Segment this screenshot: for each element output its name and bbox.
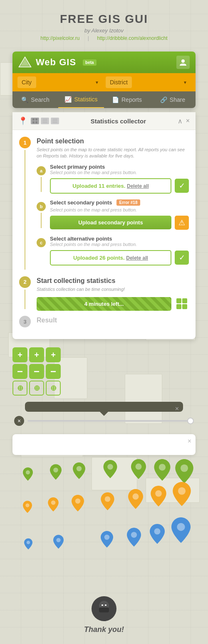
step-1-desc: Select points on the map to create stati… <box>37 147 189 160</box>
link2[interactable]: http://dribbble.com/alexnordlicht <box>97 35 167 41</box>
stats-content: 1 Point selection Select points on the m… <box>12 130 196 339</box>
nav-share-label: Share <box>170 96 185 103</box>
step-3-content: Result <box>37 316 189 327</box>
dark-popup-close[interactable]: × <box>175 405 179 413</box>
link1[interactable]: http://pixelcolor.ru <box>40 35 79 41</box>
nav-statistics[interactable]: 📈 Statistics <box>58 91 104 108</box>
collapse-btn[interactable]: ∧ <box>178 117 183 125</box>
close-btn[interactable]: × <box>186 117 190 125</box>
stats-icon: 📈 <box>64 96 72 103</box>
step-2-action: 4 minutes left... <box>37 297 189 311</box>
nav-share[interactable]: 🔗 Share <box>150 92 196 108</box>
separator: | <box>88 35 89 41</box>
orange-pin-3[interactable] <box>72 495 84 513</box>
header-links: http://pixelcolor.ru | http://dribbble.c… <box>8 35 200 41</box>
orange-pin-4[interactable] <box>101 492 114 512</box>
sub-b-body: Select secondary points Error #18 Select… <box>50 199 189 230</box>
author-credit: by Alexey Izotov <box>8 27 200 34</box>
sub-a-btn[interactable]: Uploaded 11 entries. Delete all <box>50 178 171 194</box>
view-toggle <box>31 118 59 124</box>
white-popup-close[interactable]: × <box>188 438 191 445</box>
search-icon: 🔍 <box>21 96 28 103</box>
step-3-title: Result <box>37 317 189 324</box>
green-pin-5[interactable] <box>131 459 146 481</box>
green-pin-7[interactable] <box>175 459 194 485</box>
gis-logo-icon <box>18 56 32 69</box>
svg-rect-4 <box>35 118 37 120</box>
stats-header-right: ∧ × <box>178 117 190 125</box>
sub-a-line <box>41 177 42 192</box>
orange-pin-2[interactable] <box>48 497 59 513</box>
sub-b-status: ⚠ <box>175 216 189 230</box>
minus-row: − − − <box>12 364 61 379</box>
svg-point-21 <box>51 501 56 505</box>
plus-btn-1[interactable]: + <box>12 347 27 362</box>
svg-point-31 <box>154 528 161 535</box>
orange-pin-1[interactable] <box>23 501 32 515</box>
list-view-icon[interactable] <box>41 118 49 124</box>
header: FREE GIS GUI by Alexey Izotov http://pix… <box>0 0 208 47</box>
orange-pin-5[interactable] <box>128 489 143 511</box>
svg-rect-12 <box>52 122 57 123</box>
upload-secondary-btn[interactable]: Upload secondary points <box>50 216 171 229</box>
green-pin-3[interactable] <box>73 462 85 481</box>
blue-pin-3[interactable] <box>101 531 113 550</box>
minus-btn-1[interactable]: − <box>12 364 27 379</box>
svg-point-20 <box>25 504 29 507</box>
gis-logo: Web GIS beta <box>18 56 97 69</box>
green-pin-2[interactable] <box>50 464 62 482</box>
svg-point-30 <box>131 532 137 538</box>
orange-pin-6[interactable] <box>151 486 166 508</box>
minus-btn-3[interactable]: − <box>46 364 61 379</box>
sub-c-delete[interactable]: Delete all <box>126 255 148 261</box>
step-2-indicator: 2 <box>19 276 31 311</box>
nav-search-label: Search <box>31 96 49 103</box>
footer: Thank you! <box>0 588 208 642</box>
sub-b-header: Select secondary points Error #18 <box>50 199 189 206</box>
blue-pin-4[interactable] <box>127 528 141 548</box>
stats-panel-header: 📍 <box>12 112 196 130</box>
orange-pin-7[interactable] <box>173 482 191 508</box>
district-select[interactable]: District <box>106 76 132 88</box>
svg-rect-11 <box>52 120 57 121</box>
svg-point-13 <box>26 470 30 474</box>
svg-rect-10 <box>52 119 57 120</box>
green-pin-4[interactable] <box>103 460 117 480</box>
slider-close-icon[interactable]: × <box>14 416 24 426</box>
slider-track[interactable] <box>27 420 194 422</box>
blue-pin-5[interactable] <box>150 524 165 546</box>
sub-a-desc: Select points on the map and press butto… <box>50 170 189 175</box>
nav-search[interactable]: 🔍 Search <box>12 92 58 108</box>
blue-pin-2[interactable] <box>53 535 64 551</box>
step-1-indicator: 1 <box>19 137 31 271</box>
green-pin-1[interactable] <box>23 467 33 482</box>
green-pin-6[interactable] <box>154 459 171 482</box>
nav-reports[interactable]: 📄 Reports <box>104 92 150 108</box>
slider-thumb[interactable] <box>187 418 194 424</box>
crosshair-btn-1[interactable]: ⊕ <box>12 381 27 396</box>
svg-rect-9 <box>42 122 47 123</box>
plus-btn-2[interactable]: + <box>29 347 44 362</box>
svg-point-24 <box>133 494 139 500</box>
crosshair-btn-3[interactable]: ⊕ <box>46 381 61 396</box>
grid-view-icon[interactable] <box>31 118 39 124</box>
menu-view-icon[interactable] <box>51 118 59 124</box>
collecting-btn[interactable]: 4 minutes left... <box>37 297 171 311</box>
blue-pin-6[interactable] <box>171 517 191 545</box>
minus-btn-2[interactable]: − <box>29 364 44 379</box>
plus-btn-3[interactable]: + <box>46 347 61 362</box>
city-select-wrapper[interactable]: City <box>17 76 102 88</box>
blue-pin-1[interactable] <box>24 538 32 551</box>
svg-rect-6 <box>35 121 37 123</box>
pins-area <box>0 459 208 584</box>
step-1-container: 1 Point selection Select points on the m… <box>19 137 189 271</box>
step-2-title: Start collecting statistics <box>37 277 189 285</box>
city-select[interactable]: City <box>17 76 36 88</box>
sub-a-delete[interactable]: Delete all <box>127 183 149 189</box>
user-icon-btn[interactable] <box>176 56 190 69</box>
sub-c-btn[interactable]: Uploaded 26 points. Delete all <box>50 250 171 265</box>
district-select-wrapper[interactable]: District <box>106 76 191 88</box>
gis-nav: 🔍 Search 📈 Statistics 📄 Reports 🔗 Share <box>12 91 196 108</box>
sub-step-b: b Select secondary points Error #18 Sele… <box>37 199 189 230</box>
crosshair-btn-2[interactable]: ⊕ <box>29 381 44 396</box>
